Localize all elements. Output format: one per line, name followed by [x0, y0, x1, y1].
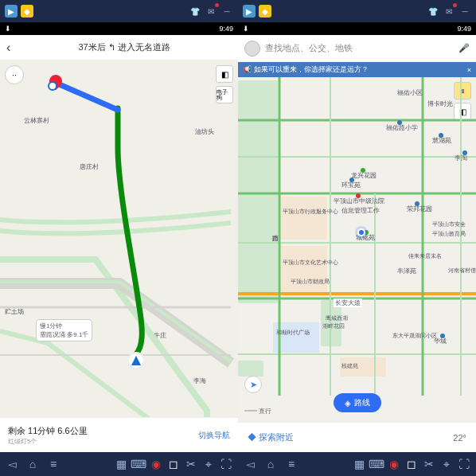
- android-statusbar: ⬇ 9:49: [0, 22, 238, 35]
- start-ring: [48, 81, 57, 91]
- nav-screen: ▶ ◆ 👕 ✉ ─ ⬇ 9:49 ‹ 37米后 ↰ 进入无名道路 ·· ◧ 电子…: [0, 0, 238, 476]
- emulator-titlebar: ▶ ◆ 👕 ✉ ─: [0, 0, 238, 22]
- scissors-icon[interactable]: ✂: [184, 457, 198, 471]
- nav-instruction: 37米后 ↰ 进入无名道路: [17, 41, 232, 53]
- explore-bar[interactable]: ◆ 探索附近 22°: [238, 422, 476, 452]
- explore-label: 探索附近: [259, 432, 294, 442]
- browse-map[interactable]: ≡ ◧ 福佑小区 博卡时光 福佑路小学 慧湖苑: [238, 77, 476, 422]
- eta-sub: 红绿灯5个: [8, 437, 88, 446]
- close-icon[interactable]: ×: [467, 66, 471, 74]
- minimize-icon[interactable]: ─: [220, 5, 233, 18]
- search-header: 查找地点、公交、地铁 🎤: [238, 35, 476, 62]
- record-icon[interactable]: ◉: [149, 457, 163, 471]
- recent-icon[interactable]: ≡: [284, 457, 298, 471]
- map-screen: ▶ ◆ 👕 ✉ ─ ⬇ 9:49 查找地点、公交、地铁 🎤 📢 如果可以重来，你…: [238, 0, 476, 476]
- app-icon-1[interactable]: ▶: [243, 5, 256, 18]
- back-icon[interactable]: ◅: [243, 457, 257, 471]
- expand-icon[interactable]: ⛶: [219, 457, 233, 471]
- keyboard-icon[interactable]: ⌨: [369, 457, 384, 471]
- eta-text: 剩余 11分钟 6.6公里: [8, 425, 88, 437]
- home-icon[interactable]: ⌂: [263, 457, 278, 471]
- locate-button[interactable]: ➤: [244, 376, 262, 393]
- emulator-titlebar: ▶ ◆ 👕 ✉ ─: [238, 0, 476, 22]
- download-icon: ⬇: [5, 25, 11, 33]
- voice-icon[interactable]: 🎤: [458, 43, 470, 53]
- avatar[interactable]: [244, 41, 260, 57]
- switch-nav-button[interactable]: 切换导航: [198, 430, 230, 441]
- road-grid: [238, 77, 476, 422]
- app-icon-2[interactable]: ◆: [259, 5, 271, 18]
- clock-time: 9:49: [219, 25, 233, 33]
- scissors-icon[interactable]: ✂: [422, 457, 436, 471]
- location-icon[interactable]: ⌖: [201, 457, 216, 471]
- temperature: 22°: [453, 433, 466, 443]
- current-heading-icon: [127, 352, 145, 369]
- route-button[interactable]: ◈ 路线: [334, 393, 381, 412]
- folder-icon[interactable]: ▦: [352, 457, 366, 471]
- back-button[interactable]: ‹: [6, 41, 10, 55]
- shirt-icon[interactable]: 👕: [427, 5, 439, 18]
- capture-icon[interactable]: ◻: [166, 457, 181, 471]
- back-icon[interactable]: ◅: [5, 457, 19, 471]
- nav-bottombar: 剩余 11分钟 6.6公里 红绿灯5个 切换导航: [0, 417, 238, 452]
- nav-map[interactable]: ·· ◧ 电子狗 云林寨村 油坊头 唐庄村 贮土场 牛庄 李海 慢1分钟: [0, 60, 238, 417]
- record-icon[interactable]: ◉: [387, 457, 401, 471]
- notice-banner[interactable]: 📢 如果可以重来，你选择家还是远方？ ×: [238, 62, 476, 77]
- road-network: [0, 60, 238, 417]
- location-icon[interactable]: ⌖: [439, 457, 454, 471]
- app-icon-2[interactable]: ◆: [21, 5, 33, 18]
- scale-label: ━━ 直行: [244, 407, 271, 416]
- nav-header: ‹ 37米后 ↰ 进入无名道路: [0, 35, 238, 60]
- current-location-dot: [357, 228, 365, 236]
- search-input[interactable]: 查找地点、公交、地铁: [265, 42, 454, 54]
- android-statusbar: ⬇ 9:49: [238, 22, 476, 35]
- emulator-navbar: ◅ ⌂ ≡ ▦ ⌨ ◉ ◻ ✂ ⌖ ⛶: [238, 452, 476, 476]
- route-tip: 慢1分钟 需路况涌 多9.1千: [36, 319, 92, 341]
- app-icon-1[interactable]: ▶: [5, 5, 18, 18]
- capture-icon[interactable]: ◻: [404, 457, 419, 471]
- recent-icon[interactable]: ≡: [46, 457, 60, 471]
- shirt-icon[interactable]: 👕: [189, 5, 201, 18]
- bell-icon[interactable]: ✉: [443, 5, 455, 18]
- clock-time: 9:49: [457, 25, 471, 33]
- home-icon[interactable]: ⌂: [25, 457, 40, 471]
- folder-icon[interactable]: ▦: [114, 457, 128, 471]
- minimize-icon[interactable]: ─: [458, 5, 471, 18]
- bell-icon[interactable]: ✉: [205, 5, 217, 18]
- expand-icon[interactable]: ⛶: [457, 457, 471, 471]
- keyboard-icon[interactable]: ⌨: [131, 457, 146, 471]
- emulator-navbar: ◅ ⌂ ≡ ▦ ⌨ ◉ ◻ ✂ ⌖ ⛶: [0, 452, 238, 476]
- download-icon: ⬇: [243, 25, 249, 33]
